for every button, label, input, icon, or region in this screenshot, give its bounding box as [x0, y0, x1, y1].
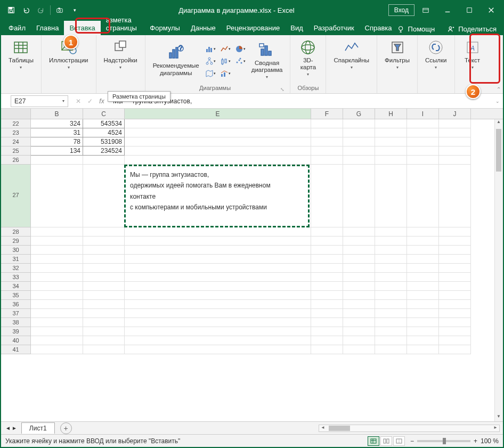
- row-header[interactable]: 26: [1, 156, 31, 165]
- row-header[interactable]: 31: [1, 255, 31, 264]
- cell[interactable]: [439, 336, 471, 345]
- cell[interactable]: [311, 336, 343, 345]
- cell[interactable]: [83, 165, 125, 227]
- maximize-icon[interactable]: [459, 3, 480, 18]
- cell[interactable]: [343, 227, 375, 237]
- cell[interactable]: [407, 327, 439, 336]
- cell[interactable]: [407, 264, 439, 273]
- cell[interactable]: [439, 273, 471, 282]
- cell[interactable]: [439, 128, 471, 137]
- cell[interactable]: [125, 273, 311, 282]
- cell[interactable]: [439, 119, 471, 128]
- chart-line-icon[interactable]: ▾: [218, 43, 232, 55]
- row-header[interactable]: 22: [1, 119, 31, 128]
- cell[interactable]: [343, 255, 375, 264]
- redo-icon[interactable]: [35, 4, 47, 16]
- cell[interactable]: [31, 156, 83, 165]
- cell[interactable]: [31, 165, 83, 227]
- cell[interactable]: [83, 246, 125, 255]
- add-sheet-button[interactable]: +: [60, 422, 72, 434]
- cell[interactable]: [439, 291, 471, 300]
- view-page-layout-icon[interactable]: [380, 436, 392, 446]
- cell[interactable]: [83, 327, 125, 336]
- cell[interactable]: [31, 345, 83, 354]
- cell[interactable]: [407, 156, 439, 165]
- cell[interactable]: [311, 264, 343, 273]
- row-header[interactable]: 32: [1, 264, 31, 273]
- zoom-in-icon[interactable]: +: [474, 437, 477, 445]
- cell[interactable]: [311, 282, 343, 291]
- zoom-level[interactable]: 100 %: [481, 437, 499, 445]
- chart-combo-icon[interactable]: ▾: [218, 68, 232, 79]
- cell[interactable]: [125, 318, 311, 327]
- share-label[interactable]: Поделиться: [458, 25, 497, 33]
- cell[interactable]: [407, 291, 439, 300]
- cell[interactable]: [407, 146, 439, 156]
- cell[interactable]: [83, 273, 125, 282]
- cell[interactable]: 543534: [83, 119, 125, 128]
- cell[interactable]: [375, 165, 407, 227]
- cell[interactable]: [125, 146, 311, 156]
- tab-review[interactable]: Рецензирование: [221, 21, 285, 35]
- cell[interactable]: [407, 273, 439, 282]
- cell[interactable]: [439, 137, 471, 146]
- spreadsheet-grid[interactable]: BCEFGHIJ ▲▼ 2232454353423314524247853190…: [1, 109, 503, 421]
- cell[interactable]: [83, 237, 125, 246]
- cell[interactable]: [439, 255, 471, 264]
- chart-statistic-icon[interactable]: ▾: [218, 55, 232, 67]
- tab-data[interactable]: Данные: [185, 21, 221, 35]
- tab-insert[interactable]: Вставка: [64, 21, 100, 35]
- cell[interactable]: 234524: [83, 146, 125, 156]
- links-button[interactable]: Ссылки ▾: [422, 37, 450, 71]
- ribbon-display-icon[interactable]: [415, 3, 436, 18]
- cell[interactable]: [375, 255, 407, 264]
- cell[interactable]: 31: [31, 128, 83, 137]
- tell-me-label[interactable]: Помощн: [408, 25, 435, 33]
- cell[interactable]: [83, 227, 125, 237]
- cell[interactable]: [31, 273, 83, 282]
- row-header[interactable]: 34: [1, 282, 31, 291]
- cell[interactable]: [83, 309, 125, 318]
- 3d-map-button[interactable]: 3D- карта ▾: [295, 37, 321, 78]
- cell[interactable]: [31, 291, 83, 300]
- cell[interactable]: [407, 300, 439, 309]
- cell[interactable]: [125, 345, 311, 354]
- cell[interactable]: 134: [31, 146, 83, 156]
- cell[interactable]: [407, 345, 439, 354]
- cell[interactable]: [83, 264, 125, 273]
- cell[interactable]: [375, 119, 407, 128]
- cell[interactable]: [375, 128, 407, 137]
- cell[interactable]: 78: [31, 137, 83, 146]
- row-header[interactable]: 38: [1, 318, 31, 327]
- cell[interactable]: [343, 309, 375, 318]
- cell[interactable]: [375, 264, 407, 273]
- login-button[interactable]: Вход: [388, 4, 414, 16]
- cell[interactable]: [343, 291, 375, 300]
- view-page-break-icon[interactable]: [393, 436, 405, 446]
- addins-button[interactable]: Надстройки ▾: [101, 37, 141, 71]
- row-header[interactable]: 39: [1, 327, 31, 336]
- cell[interactable]: [375, 336, 407, 345]
- cell[interactable]: [83, 300, 125, 309]
- cell[interactable]: [125, 255, 311, 264]
- pivot-chart-button[interactable]: Сводная диаграмма ▾: [248, 40, 286, 81]
- charts-dialog-launcher[interactable]: ⤡: [280, 87, 284, 92]
- cell[interactable]: [375, 309, 407, 318]
- select-all-corner[interactable]: [1, 109, 31, 119]
- cell[interactable]: [125, 237, 311, 246]
- row-header[interactable]: 40: [1, 336, 31, 345]
- cell[interactable]: [125, 300, 311, 309]
- cell[interactable]: [375, 291, 407, 300]
- row-header[interactable]: 24: [1, 137, 31, 146]
- row-header[interactable]: 36: [1, 300, 31, 309]
- text-button[interactable]: A Текст ▾: [459, 37, 486, 71]
- tables-button[interactable]: Таблицы ▾: [5, 37, 37, 71]
- tab-file[interactable]: Файл: [3, 21, 31, 35]
- cell[interactable]: [439, 146, 471, 156]
- undo-icon[interactable]: [20, 4, 32, 16]
- cell[interactable]: [31, 282, 83, 291]
- cell[interactable]: [343, 273, 375, 282]
- cell[interactable]: [125, 227, 311, 237]
- recommended-charts-button[interactable]: ? Рекомендуемые диаграммы: [150, 43, 202, 78]
- cell[interactable]: [343, 237, 375, 246]
